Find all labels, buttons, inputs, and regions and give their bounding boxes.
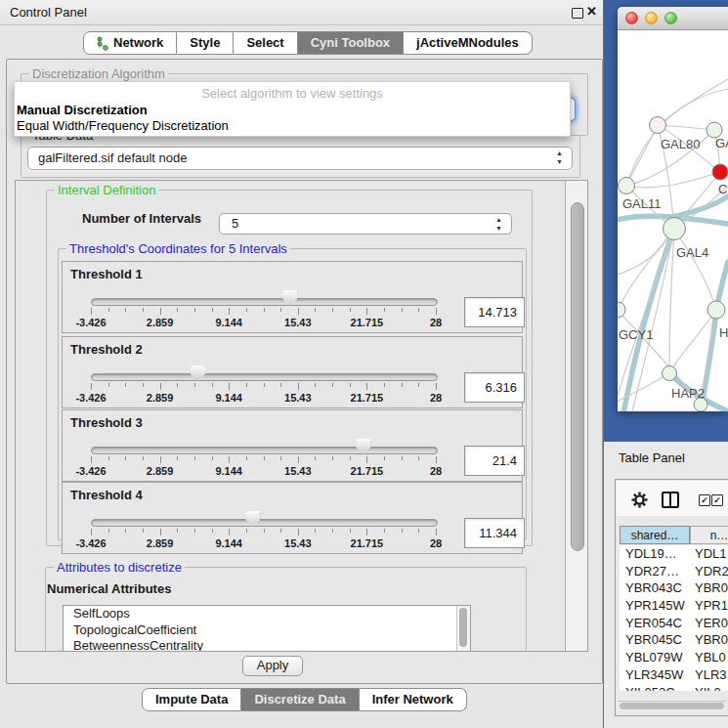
tab-select[interactable]: Select bbox=[234, 31, 297, 55]
table-cell[interactable]: YBL079W bbox=[625, 649, 683, 666]
tick-label: 9.144 bbox=[202, 317, 255, 328]
network-edge[interactable] bbox=[626, 172, 720, 188]
tab-jactivemnodules[interactable]: jActiveMNodules bbox=[404, 31, 533, 55]
threshold-value-field[interactable]: 21.4 bbox=[464, 446, 525, 476]
checkbox-icon[interactable]: ✓ bbox=[699, 494, 710, 506]
network-node[interactable] bbox=[712, 164, 728, 180]
network-node[interactable] bbox=[619, 178, 635, 194]
slider-track[interactable] bbox=[91, 519, 438, 527]
spinner-arrows-icon: ▲▼ bbox=[495, 215, 502, 233]
slider-tick bbox=[384, 383, 385, 387]
list-scrollbar-thumb[interactable] bbox=[459, 608, 467, 647]
table-cell[interactable]: YBL0 bbox=[695, 649, 726, 666]
network-node[interactable] bbox=[664, 218, 686, 240]
table-cell[interactable]: YDL19… bbox=[625, 545, 677, 563]
table-cell[interactable]: YBR0 bbox=[695, 631, 728, 649]
tick-label: 15.43 bbox=[272, 317, 324, 328]
popup-option-equal-width-frequency-discretization[interactable]: Equal Width/Frequency Discretization bbox=[15, 117, 570, 133]
list-item-betweennesscentrality[interactable]: BetweennessCentrality bbox=[64, 638, 470, 652]
table-cell[interactable]: YBR043C bbox=[625, 579, 682, 597]
network-window-titlebar[interactable] bbox=[618, 7, 728, 30]
column-header-1[interactable]: shared… bbox=[620, 526, 690, 544]
table-row[interactable]: YBL079WYBL0 bbox=[620, 649, 728, 666]
network-node[interactable] bbox=[694, 398, 707, 411]
float-window-icon[interactable] bbox=[572, 8, 583, 19]
threshold-value-field[interactable]: 6.316 bbox=[464, 372, 525, 403]
tick-label: 28 bbox=[409, 537, 462, 549]
apply-button[interactable]: Apply bbox=[242, 656, 303, 676]
network-node[interactable] bbox=[650, 117, 666, 134]
tab-discretize-data[interactable]: Discretize Data bbox=[241, 688, 359, 711]
slider-tick bbox=[264, 529, 265, 533]
list-item-selfloops[interactable]: SelfLoops bbox=[64, 606, 470, 622]
checkbox-icon[interactable]: ✓ bbox=[711, 494, 723, 506]
table-cell[interactable]: YLR345W bbox=[625, 666, 683, 684]
table-cell[interactable]: YDR2 bbox=[695, 563, 728, 580]
traffic-light-minimize-icon[interactable] bbox=[645, 12, 658, 24]
list-scrollbar[interactable] bbox=[456, 606, 470, 652]
traffic-light-zoom-icon[interactable] bbox=[664, 12, 677, 24]
top-tab-bar: NetworkStyleSelectCyni ToolboxjActiveMNo… bbox=[83, 31, 533, 55]
cyni-toolbox-panel: Discretization Algorithm ▲▼ Table Data g… bbox=[6, 59, 603, 684]
horizontal-scrollbar[interactable] bbox=[618, 701, 726, 711]
table-row[interactable]: YLR345WYLR3 bbox=[620, 666, 728, 684]
vertical-scrollbar-thumb[interactable] bbox=[571, 202, 584, 551]
table-cell[interactable]: YIL0 bbox=[695, 684, 721, 692]
gear-icon[interactable] bbox=[631, 492, 648, 508]
tab-cyni-toolbox[interactable]: Cyni Toolbox bbox=[298, 31, 404, 55]
bottom-tab-bar: Impute DataDiscretize DataInfer Network bbox=[142, 688, 467, 711]
table-cell[interactable]: YIL052C bbox=[625, 684, 675, 692]
slider-tick bbox=[366, 308, 367, 315]
network-edge[interactable] bbox=[623, 229, 674, 411]
tab-impute-data[interactable]: Impute Data bbox=[142, 688, 241, 711]
network-edge[interactable] bbox=[674, 229, 716, 310]
table-cell[interactable]: YPR145W bbox=[625, 597, 685, 615]
network-canvas[interactable]: GAL80GALCGAL11GAL4GCY1HHAP2 bbox=[618, 30, 728, 411]
network-node[interactable] bbox=[663, 366, 677, 381]
numerical-attributes-list[interactable]: SelfLoopsTopologicalCoefficientBetweenne… bbox=[63, 605, 471, 652]
split-view-icon[interactable] bbox=[662, 492, 679, 508]
threshold-value-field[interactable]: 11.344 bbox=[464, 518, 525, 548]
table-cell[interactable]: YPR1 bbox=[695, 597, 728, 615]
slider-tick bbox=[229, 383, 230, 390]
tab-network[interactable]: Network bbox=[83, 31, 177, 55]
tab-infer-network[interactable]: Infer Network bbox=[360, 688, 467, 711]
slider-tick bbox=[315, 383, 316, 387]
number-of-intervals-spinner[interactable]: 5 ▲▼ bbox=[219, 213, 512, 235]
network-edge[interactable] bbox=[671, 196, 728, 217]
table-cell[interactable]: YBR045C bbox=[625, 631, 682, 649]
horizontal-scrollbar-thumb[interactable] bbox=[620, 703, 724, 709]
list-item-topologicalcoefficient[interactable]: TopologicalCoefficient bbox=[64, 622, 470, 639]
slider-tick bbox=[177, 308, 178, 312]
slider-tick bbox=[298, 383, 299, 390]
vertical-scrollbar[interactable] bbox=[565, 181, 587, 651]
threshold-value-field[interactable]: 14.713 bbox=[464, 297, 525, 327]
column-header-2[interactable]: n… bbox=[690, 526, 728, 544]
table-cell[interactable]: YBR0 bbox=[695, 579, 728, 597]
table-data-combobox[interactable]: galFiltered.sif default node ▲▼ bbox=[27, 147, 573, 170]
table-cell[interactable]: YER0 bbox=[695, 615, 728, 632]
traffic-light-close-icon[interactable] bbox=[625, 12, 638, 24]
table-cell[interactable]: YDR27… bbox=[625, 563, 679, 580]
table-cell[interactable]: YDL1 bbox=[695, 545, 727, 563]
network-node[interactable] bbox=[618, 302, 625, 318]
slider-tick bbox=[177, 456, 178, 460]
table-row[interactable]: YDR27…YDR2 bbox=[620, 563, 728, 580]
table-row[interactable]: YDL19…YDL1 bbox=[620, 545, 728, 563]
slider-tick bbox=[125, 308, 126, 312]
popup-option-manual-discretization[interactable]: Manual Discretization bbox=[15, 102, 570, 117]
table-row[interactable]: YBR045CYBR0 bbox=[620, 631, 728, 649]
network-node[interactable] bbox=[707, 301, 725, 319]
table-row[interactable]: YBR043CYBR0 bbox=[620, 579, 728, 597]
slider-track[interactable] bbox=[91, 447, 438, 454]
table-row[interactable]: YPR145WYPR1 bbox=[620, 597, 728, 615]
slider-tick bbox=[332, 308, 333, 312]
table-cell[interactable]: YLR3 bbox=[695, 666, 727, 684]
table-row[interactable]: YIL052CYIL0 bbox=[620, 684, 728, 692]
table-row[interactable]: YER054CYER0 bbox=[620, 615, 728, 632]
close-icon[interactable]: ✕ bbox=[586, 4, 597, 19]
tab-style[interactable]: Style bbox=[177, 31, 234, 55]
slider-track[interactable] bbox=[91, 298, 438, 306]
slider-track[interactable] bbox=[91, 373, 438, 381]
table-cell[interactable]: YER054C bbox=[625, 615, 682, 632]
